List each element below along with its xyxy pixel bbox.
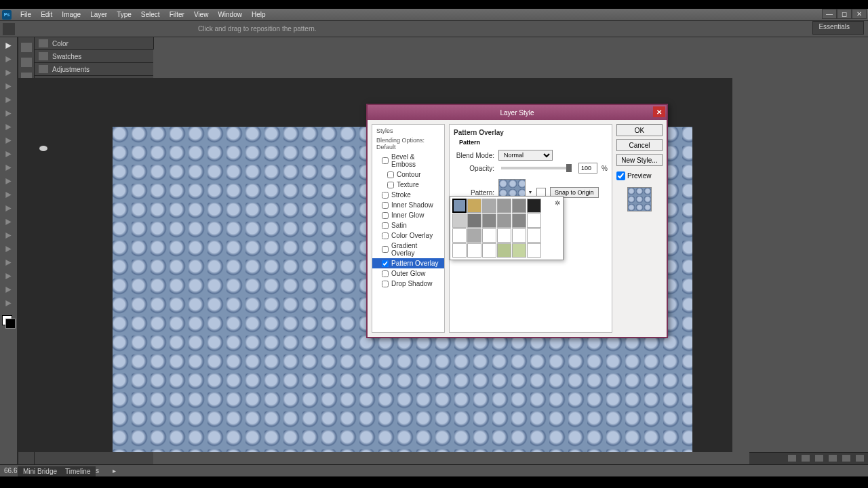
trash-icon[interactable]	[856, 455, 864, 462]
pattern-swatch[interactable]	[527, 243, 541, 258]
pattern-swatch[interactable]	[482, 243, 496, 258]
pen-tool[interactable]	[2, 230, 16, 241]
effect-outer-glow[interactable]: Outer Glow	[372, 268, 444, 279]
pattern-swatch[interactable]	[452, 228, 467, 243]
pattern-swatch[interactable]	[497, 199, 511, 213]
menu-image[interactable]: Image	[57, 11, 85, 18]
color-panel-head[interactable]: Color	[35, 37, 153, 49]
tab-timeline[interactable]: Timeline	[65, 468, 90, 475]
pattern-swatch[interactable]	[512, 243, 526, 258]
lasso-tool[interactable]	[2, 67, 16, 79]
pattern-swatch[interactable]	[452, 214, 467, 228]
effect-stroke[interactable]: Stroke	[372, 190, 444, 200]
menu-type[interactable]: Type	[112, 11, 136, 18]
effect-checkbox[interactable]	[382, 281, 389, 287]
pattern-swatch[interactable]	[512, 199, 526, 213]
opacity-input[interactable]	[578, 163, 597, 174]
effect-color-overlay[interactable]: Color Overlay	[372, 230, 444, 241]
menu-edit[interactable]: Edit	[36, 11, 57, 18]
blendmode-select[interactable]: Normal	[498, 150, 553, 161]
effect-checkbox[interactable]	[387, 182, 394, 188]
cancel-button[interactable]: Cancel	[616, 139, 663, 151]
effect-satin[interactable]: Satin	[372, 220, 444, 230]
close-button[interactable]: ✕	[852, 9, 867, 19]
effect-contour[interactable]: Contour	[372, 169, 444, 180]
pattern-swatch[interactable]	[467, 199, 481, 213]
effect-texture[interactable]: Texture	[372, 180, 444, 190]
pattern-swatch[interactable]	[527, 199, 541, 213]
pattern-swatch[interactable]	[482, 214, 496, 228]
pattern-swatch[interactable]	[512, 228, 526, 243]
eyedropper-tool[interactable]	[2, 108, 16, 119]
pattern-swatch[interactable]	[452, 243, 467, 258]
menu-filter[interactable]: Filter	[165, 11, 189, 18]
pattern-swatch[interactable]	[452, 199, 467, 213]
menu-select[interactable]: Select	[136, 11, 165, 18]
effect-inner-glow[interactable]: Inner Glow	[372, 210, 444, 220]
pattern-swatch[interactable]	[497, 214, 511, 228]
pattern-swatch[interactable]	[482, 199, 496, 213]
gradient-tool[interactable]	[2, 189, 16, 201]
pattern-swatch[interactable]	[497, 228, 511, 243]
type-tool[interactable]	[2, 243, 16, 255]
wand-tool[interactable]	[2, 81, 16, 92]
effect-gradient-overlay[interactable]: Gradient Overlay	[372, 241, 444, 258]
effect-checkbox[interactable]	[382, 246, 389, 253]
history-brush-tool[interactable]	[2, 162, 16, 174]
pattern-swatch[interactable]	[527, 214, 541, 228]
pattern-swatch[interactable]	[497, 243, 511, 258]
new-style-button[interactable]: New Style...	[616, 154, 663, 166]
blending-header[interactable]: Blending Options: Default	[372, 136, 444, 152]
workspace-switcher[interactable]: Essentials	[812, 21, 864, 35]
pattern-swatch[interactable]	[467, 243, 481, 258]
healing-tool[interactable]	[2, 121, 16, 133]
adjustments-panel-head[interactable]: Adjustments	[35, 63, 153, 75]
effect-pattern-overlay[interactable]: Pattern Overlay	[372, 258, 444, 268]
dialog-title-bar[interactable]: Layer Style ✕	[368, 105, 667, 120]
mask-icon[interactable]	[802, 455, 810, 462]
shape-tool[interactable]	[2, 270, 16, 282]
tab-minibridge[interactable]: Mini Bridge	[23, 468, 57, 475]
pattern-swatch[interactable]	[467, 214, 481, 228]
zoom-tool[interactable]	[2, 298, 16, 309]
blur-tool[interactable]	[2, 203, 16, 214]
minimize-button[interactable]: —	[822, 9, 837, 19]
status-arrow-icon[interactable]: ▸	[113, 467, 116, 474]
dialog-close-button[interactable]: ✕	[653, 106, 665, 117]
menu-window[interactable]: Window	[213, 11, 247, 18]
effect-checkbox[interactable]	[382, 232, 389, 239]
dodge-tool[interactable]	[2, 216, 16, 228]
preview-checkbox[interactable]: Preview	[616, 171, 663, 180]
effect-checkbox[interactable]	[382, 270, 389, 277]
stamp-tool[interactable]	[2, 148, 16, 160]
brush-tool[interactable]	[2, 135, 16, 146]
pattern-swatch[interactable]	[527, 228, 541, 243]
crop-tool[interactable]	[2, 94, 16, 106]
marquee-tool[interactable]	[2, 54, 16, 65]
new-layer-icon[interactable]	[842, 455, 850, 462]
menu-file[interactable]: File	[16, 11, 36, 18]
effect-checkbox[interactable]	[382, 192, 389, 199]
menu-help[interactable]: Help	[247, 11, 271, 18]
effect-checkbox[interactable]	[382, 260, 389, 267]
collapsed-icon[interactable]	[21, 43, 32, 52]
color-swatches[interactable]	[2, 315, 16, 329]
eraser-tool[interactable]	[2, 176, 16, 187]
effect-bevel-emboss[interactable]: Bevel & Emboss	[372, 152, 444, 169]
styles-header[interactable]: Styles	[372, 126, 444, 136]
ok-button[interactable]: OK	[616, 124, 663, 136]
pattern-swatch[interactable]	[482, 228, 496, 243]
pattern-swatch[interactable]	[467, 228, 481, 243]
move-tool-icon[interactable]	[3, 23, 15, 35]
group-icon[interactable]	[829, 455, 837, 462]
menu-layer[interactable]: Layer	[85, 11, 112, 18]
swatches-panel-head[interactable]: Swatches	[35, 50, 153, 62]
menu-view[interactable]: View	[189, 11, 214, 18]
effect-checkbox[interactable]	[387, 171, 394, 178]
pattern-swatch[interactable]	[512, 214, 526, 228]
picker-menu-icon[interactable]: ✲	[555, 199, 560, 207]
effect-checkbox[interactable]	[382, 202, 389, 209]
effect-inner-shadow[interactable]: Inner Shadow	[372, 200, 444, 210]
fx-icon[interactable]	[788, 455, 796, 462]
opacity-slider[interactable]	[501, 167, 572, 169]
